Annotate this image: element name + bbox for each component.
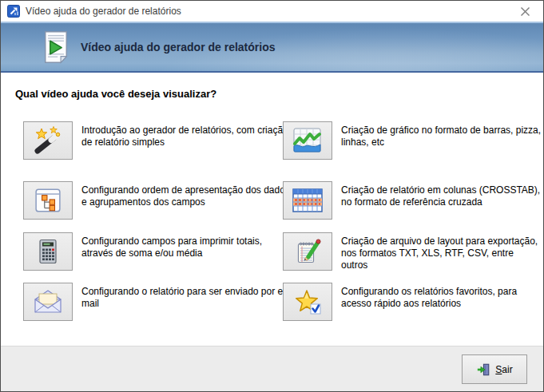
video-item-export-layout: Criação de arquivo de layout para export…: [283, 232, 542, 271]
video-item-label: Introdução ao gerador de relatórios, com…: [81, 121, 291, 148]
close-button[interactable]: [513, 2, 537, 20]
dialog-content: Qual vídeo ajuda você deseja visualizar?…: [1, 73, 543, 346]
calculator-icon: [38, 238, 58, 265]
titlebar: Vídeo ajuda do gerador de relatórios: [1, 1, 543, 23]
wizard-wand-icon: [30, 126, 66, 155]
chart-icon: [292, 127, 324, 154]
video-item-intro: Introdução ao gerador de relatórios, com…: [23, 121, 291, 160]
crosstab-video-button[interactable]: [283, 181, 332, 220]
dialog-footer: Sair: [1, 346, 543, 391]
favorite-star-icon: [293, 288, 322, 315]
video-item-label: Criação de gráfico no formato de barras,…: [341, 121, 542, 148]
video-item-label: Criação de relatório em colunas (CROSSTA…: [341, 181, 542, 208]
grouping-tree-icon: [34, 188, 62, 213]
crosstab-table-icon: [292, 188, 324, 213]
chart-video-button[interactable]: [283, 121, 332, 160]
video-item-crosstab: Criação de relatório em colunas (CROSSTA…: [283, 181, 542, 220]
video-item-favorites: Configurando os relatórios favoritos, pa…: [283, 283, 542, 321]
exit-door-icon: [476, 362, 490, 377]
grouping-video-button[interactable]: [23, 181, 73, 220]
video-item-totals: Configurando campos para imprimir totais…: [23, 232, 291, 271]
app-icon: [7, 5, 20, 18]
dialog-header: Vídeo ajuda do gerador de relatórios: [1, 23, 543, 73]
video-item-grouping: Configurando ordem de apresentação dos d…: [23, 181, 291, 220]
video-item-email: Configurando o relatório para ser enviad…: [23, 283, 291, 321]
video-help-dialog: Vídeo ajuda do gerador de relatórios Víd…: [0, 0, 544, 392]
video-document-icon: [42, 30, 69, 64]
totals-video-button[interactable]: [23, 232, 73, 271]
video-item-label: Criação de arquivo de layout para export…: [341, 232, 542, 271]
video-item-label: Configurando ordem de apresentação dos d…: [81, 181, 291, 208]
video-item-label: Configurando campos para imprimir totais…: [81, 232, 291, 259]
video-item-chart: Criação de gráfico no formato de barras,…: [283, 121, 542, 160]
favorites-video-button[interactable]: [283, 283, 332, 321]
envelope-icon: [32, 289, 64, 315]
close-icon: [520, 6, 530, 17]
video-item-label: Configurando os relatórios favoritos, pa…: [341, 283, 542, 310]
video-item-label: Configurando o relatório para ser enviad…: [81, 283, 291, 310]
intro-video-button[interactable]: [23, 121, 73, 160]
export-layout-video-button[interactable]: [283, 232, 332, 271]
email-video-button[interactable]: [23, 283, 73, 321]
dialog-header-title: Vídeo ajuda do gerador de relatórios: [81, 41, 276, 53]
notepad-pencil-icon: [293, 237, 322, 266]
question-text: Qual vídeo ajuda você deseja visualizar?: [15, 88, 216, 100]
window-title: Vídeo ajuda do gerador de relatórios: [26, 6, 513, 17]
exit-button-label: Sair: [495, 364, 512, 375]
exit-button[interactable]: Sair: [462, 354, 527, 384]
